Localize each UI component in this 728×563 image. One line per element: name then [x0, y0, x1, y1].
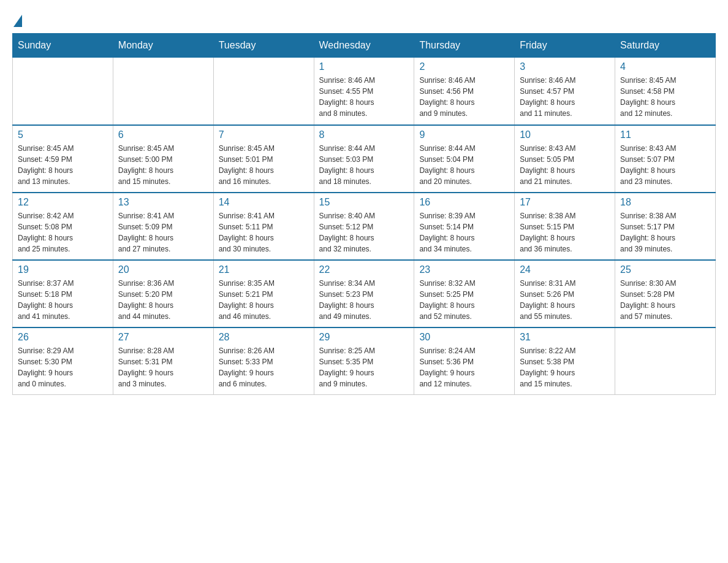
calendar-cell: 24Sunrise: 8:31 AM Sunset: 5:26 PM Dayli…: [515, 260, 615, 327]
calendar-cell: 9Sunrise: 8:44 AM Sunset: 5:04 PM Daylig…: [414, 125, 515, 193]
calendar-cell: 10Sunrise: 8:43 AM Sunset: 5:05 PM Dayli…: [515, 125, 615, 193]
calendar-week-row: 5Sunrise: 8:45 AM Sunset: 4:59 PM Daylig…: [13, 125, 716, 193]
day-number: 17: [520, 197, 610, 208]
calendar-week-row: 19Sunrise: 8:37 AM Sunset: 5:18 PM Dayli…: [13, 260, 716, 327]
day-info: Sunrise: 8:26 AM Sunset: 5:33 PM Dayligh…: [219, 345, 309, 389]
day-number: 13: [118, 197, 208, 208]
day-number: 27: [118, 332, 208, 343]
calendar-week-row: 1Sunrise: 8:46 AM Sunset: 4:55 PM Daylig…: [13, 58, 716, 125]
day-number: 4: [620, 61, 710, 72]
calendar-cell: 17Sunrise: 8:38 AM Sunset: 5:15 PM Dayli…: [515, 193, 615, 260]
calendar-cell: 27Sunrise: 8:28 AM Sunset: 5:31 PM Dayli…: [113, 327, 213, 395]
day-info: Sunrise: 8:42 AM Sunset: 5:08 PM Dayligh…: [18, 210, 108, 255]
day-number: 29: [319, 332, 409, 343]
day-info: Sunrise: 8:28 AM Sunset: 5:31 PM Dayligh…: [118, 345, 208, 389]
day-of-week-header: Saturday: [615, 34, 716, 58]
day-number: 11: [620, 129, 710, 140]
day-info: Sunrise: 8:30 AM Sunset: 5:28 PM Dayligh…: [620, 278, 710, 322]
calendar-cell: 2Sunrise: 8:46 AM Sunset: 4:56 PM Daylig…: [414, 58, 515, 125]
calendar: SundayMondayTuesdayWednesdayThursdayFrid…: [12, 33, 716, 395]
day-info: Sunrise: 8:40 AM Sunset: 5:12 PM Dayligh…: [319, 210, 409, 255]
day-info: Sunrise: 8:45 AM Sunset: 4:59 PM Dayligh…: [18, 143, 108, 187]
day-of-week-header: Sunday: [13, 34, 113, 58]
day-info: Sunrise: 8:31 AM Sunset: 5:26 PM Dayligh…: [520, 278, 610, 322]
calendar-cell: 22Sunrise: 8:34 AM Sunset: 5:23 PM Dayli…: [314, 260, 414, 327]
calendar-cell: 28Sunrise: 8:26 AM Sunset: 5:33 PM Dayli…: [213, 327, 314, 395]
calendar-cell: 1Sunrise: 8:46 AM Sunset: 4:55 PM Daylig…: [314, 58, 414, 125]
day-number: 12: [18, 197, 108, 208]
day-of-week-header: Thursday: [414, 34, 515, 58]
day-number: 30: [419, 332, 509, 343]
day-info: Sunrise: 8:45 AM Sunset: 5:00 PM Dayligh…: [118, 143, 208, 187]
day-number: 14: [219, 197, 309, 208]
calendar-cell: 21Sunrise: 8:35 AM Sunset: 5:21 PM Dayli…: [213, 260, 314, 327]
calendar-week-row: 26Sunrise: 8:29 AM Sunset: 5:30 PM Dayli…: [13, 327, 716, 395]
calendar-cell: 6Sunrise: 8:45 AM Sunset: 5:00 PM Daylig…: [113, 125, 213, 193]
day-number: 3: [520, 61, 610, 72]
day-info: Sunrise: 8:34 AM Sunset: 5:23 PM Dayligh…: [319, 278, 409, 322]
calendar-cell: [13, 58, 113, 125]
day-number: 5: [18, 129, 108, 140]
day-info: Sunrise: 8:39 AM Sunset: 5:14 PM Dayligh…: [419, 210, 509, 255]
day-info: Sunrise: 8:36 AM Sunset: 5:20 PM Dayligh…: [118, 278, 208, 322]
day-number: 18: [620, 197, 710, 208]
logo-triangle-icon: [13, 15, 22, 27]
calendar-cell: 26Sunrise: 8:29 AM Sunset: 5:30 PM Dayli…: [13, 327, 113, 395]
day-info: Sunrise: 8:24 AM Sunset: 5:36 PM Dayligh…: [419, 345, 509, 389]
calendar-cell: 23Sunrise: 8:32 AM Sunset: 5:25 PM Dayli…: [414, 260, 515, 327]
calendar-cell: [113, 58, 213, 125]
day-info: Sunrise: 8:38 AM Sunset: 5:17 PM Dayligh…: [620, 210, 710, 255]
day-info: Sunrise: 8:41 AM Sunset: 5:09 PM Dayligh…: [118, 210, 208, 255]
day-number: 10: [520, 129, 610, 140]
day-info: Sunrise: 8:25 AM Sunset: 5:35 PM Dayligh…: [319, 345, 409, 389]
day-number: 28: [219, 332, 309, 343]
header: [12, 12, 716, 27]
day-number: 8: [319, 129, 409, 140]
day-info: Sunrise: 8:22 AM Sunset: 5:38 PM Dayligh…: [520, 345, 610, 389]
day-number: 24: [520, 264, 610, 275]
calendar-cell: 5Sunrise: 8:45 AM Sunset: 4:59 PM Daylig…: [13, 125, 113, 193]
day-info: Sunrise: 8:45 AM Sunset: 5:01 PM Dayligh…: [219, 143, 309, 187]
day-of-week-header: Tuesday: [213, 34, 314, 58]
calendar-cell: [615, 327, 716, 395]
calendar-cell: [213, 58, 314, 125]
calendar-cell: 4Sunrise: 8:45 AM Sunset: 4:58 PM Daylig…: [615, 58, 716, 125]
day-info: Sunrise: 8:41 AM Sunset: 5:11 PM Dayligh…: [219, 210, 309, 255]
calendar-cell: 29Sunrise: 8:25 AM Sunset: 5:35 PM Dayli…: [314, 327, 414, 395]
calendar-cell: 8Sunrise: 8:44 AM Sunset: 5:03 PM Daylig…: [314, 125, 414, 193]
logo: [12, 12, 22, 27]
day-number: 6: [118, 129, 208, 140]
day-number: 23: [419, 264, 509, 275]
day-info: Sunrise: 8:32 AM Sunset: 5:25 PM Dayligh…: [419, 278, 509, 322]
calendar-cell: 13Sunrise: 8:41 AM Sunset: 5:09 PM Dayli…: [113, 193, 213, 260]
day-number: 7: [219, 129, 309, 140]
day-info: Sunrise: 8:37 AM Sunset: 5:18 PM Dayligh…: [18, 278, 108, 322]
day-number: 2: [419, 61, 509, 72]
day-of-week-header: Monday: [113, 34, 213, 58]
calendar-cell: 19Sunrise: 8:37 AM Sunset: 5:18 PM Dayli…: [13, 260, 113, 327]
day-info: Sunrise: 8:38 AM Sunset: 5:15 PM Dayligh…: [520, 210, 610, 255]
day-info: Sunrise: 8:35 AM Sunset: 5:21 PM Dayligh…: [219, 278, 309, 322]
calendar-cell: 14Sunrise: 8:41 AM Sunset: 5:11 PM Dayli…: [213, 193, 314, 260]
day-info: Sunrise: 8:43 AM Sunset: 5:07 PM Dayligh…: [620, 143, 710, 187]
calendar-cell: 7Sunrise: 8:45 AM Sunset: 5:01 PM Daylig…: [213, 125, 314, 193]
day-number: 21: [219, 264, 309, 275]
day-of-week-header: Wednesday: [314, 34, 414, 58]
day-number: 1: [319, 61, 409, 72]
day-number: 19: [18, 264, 108, 275]
day-number: 22: [319, 264, 409, 275]
day-info: Sunrise: 8:46 AM Sunset: 4:56 PM Dayligh…: [419, 75, 509, 119]
day-of-week-header: Friday: [515, 34, 615, 58]
calendar-cell: 20Sunrise: 8:36 AM Sunset: 5:20 PM Dayli…: [113, 260, 213, 327]
day-number: 31: [520, 332, 610, 343]
day-number: 25: [620, 264, 710, 275]
calendar-cell: 12Sunrise: 8:42 AM Sunset: 5:08 PM Dayli…: [13, 193, 113, 260]
calendar-cell: 11Sunrise: 8:43 AM Sunset: 5:07 PM Dayli…: [615, 125, 716, 193]
day-number: 20: [118, 264, 208, 275]
calendar-header-row: SundayMondayTuesdayWednesdayThursdayFrid…: [13, 34, 716, 58]
calendar-cell: 18Sunrise: 8:38 AM Sunset: 5:17 PM Dayli…: [615, 193, 716, 260]
calendar-cell: 25Sunrise: 8:30 AM Sunset: 5:28 PM Dayli…: [615, 260, 716, 327]
calendar-cell: 16Sunrise: 8:39 AM Sunset: 5:14 PM Dayli…: [414, 193, 515, 260]
day-number: 9: [419, 129, 509, 140]
day-number: 15: [319, 197, 409, 208]
